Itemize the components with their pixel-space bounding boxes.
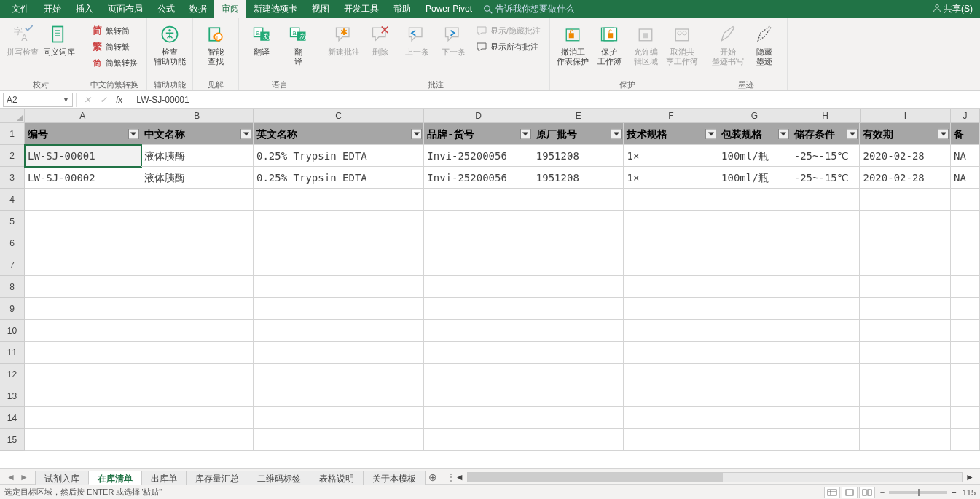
col-header-I[interactable]: I bbox=[861, 109, 952, 123]
zoom-in-button[interactable]: + bbox=[952, 488, 956, 497]
cell-J14[interactable] bbox=[951, 407, 980, 429]
cell-A14[interactable] bbox=[25, 407, 141, 429]
cell-F15[interactable] bbox=[624, 429, 718, 451]
ribbon-tab-插入[interactable]: 插入 bbox=[68, 0, 101, 18]
cell-F8[interactable] bbox=[624, 276, 718, 298]
cell-D11[interactable] bbox=[424, 342, 533, 364]
cell-H8[interactable] bbox=[791, 276, 861, 298]
cell-A13[interactable] bbox=[25, 385, 141, 407]
col-header-F[interactable]: F bbox=[624, 109, 719, 123]
smart-lookup-button[interactable]: i 智能 查找 bbox=[197, 21, 234, 68]
cell-J6[interactable] bbox=[951, 232, 980, 254]
cell-H9[interactable] bbox=[791, 298, 861, 320]
cell-G1[interactable]: 包装规格 bbox=[718, 123, 791, 145]
cell-A6[interactable] bbox=[25, 232, 141, 254]
formula-input[interactable]: LW-SJ-00001 bbox=[130, 93, 980, 107]
cell-G13[interactable] bbox=[718, 385, 791, 407]
row-header-14[interactable]: 14 bbox=[0, 407, 25, 429]
cell-J2[interactable]: NA bbox=[951, 145, 980, 167]
ribbon-tab-公式[interactable]: 公式 bbox=[150, 0, 182, 18]
row-header-12[interactable]: 12 bbox=[0, 364, 25, 385]
row-header-5[interactable]: 5 bbox=[0, 211, 25, 232]
cell-I11[interactable] bbox=[860, 342, 951, 364]
cell-A4[interactable] bbox=[25, 189, 141, 211]
spellcheck-button[interactable]: 字A 拼写检查 bbox=[4, 21, 41, 58]
cell-H6[interactable] bbox=[791, 232, 861, 254]
col-header-G[interactable]: G bbox=[718, 109, 791, 123]
cell-H1[interactable]: 储存条件 bbox=[791, 123, 861, 145]
cell-E2[interactable]: 1951208 bbox=[533, 145, 624, 167]
cell-I10[interactable] bbox=[860, 320, 951, 342]
cell-J12[interactable] bbox=[951, 364, 980, 385]
cell-B8[interactable] bbox=[141, 276, 254, 298]
cancel-icon[interactable]: ✕ bbox=[79, 95, 95, 105]
ribbon-tab-文件[interactable]: 文件 bbox=[4, 0, 36, 18]
cell-D7[interactable] bbox=[424, 254, 533, 276]
col-header-D[interactable]: D bbox=[424, 109, 533, 123]
cell-H15[interactable] bbox=[791, 429, 861, 451]
cell-F3[interactable]: 1× bbox=[624, 167, 718, 189]
ribbon-tab-视图[interactable]: 视图 bbox=[305, 0, 337, 18]
cell-H13[interactable] bbox=[791, 385, 861, 407]
row-header-7[interactable]: 7 bbox=[0, 254, 25, 276]
hide-ink-button[interactable]: 隐藏 墨迹 bbox=[746, 21, 783, 68]
sheet-tab-试剂入库[interactable]: 试剂入库 bbox=[35, 471, 89, 485]
cell-D5[interactable] bbox=[424, 211, 533, 232]
cell-D6[interactable] bbox=[424, 232, 533, 254]
filter-button[interactable] bbox=[705, 128, 716, 139]
cell-F7[interactable] bbox=[624, 254, 718, 276]
thesaurus-button[interactable]: 同义词库 bbox=[41, 21, 77, 58]
cell-E3[interactable]: 1951208 bbox=[533, 167, 624, 189]
ribbon-tab-帮助[interactable]: 帮助 bbox=[386, 0, 418, 18]
cell-C15[interactable] bbox=[254, 429, 424, 451]
cell-J15[interactable] bbox=[951, 429, 980, 451]
translate-button[interactable]: aあ 翻译 bbox=[243, 21, 280, 58]
share-button[interactable]: 共享(S) bbox=[933, 3, 973, 15]
cell-A8[interactable] bbox=[25, 276, 141, 298]
filter-button[interactable] bbox=[938, 128, 949, 139]
filter-button[interactable] bbox=[778, 128, 789, 139]
prev-comment-button[interactable]: 上一条 bbox=[399, 21, 435, 58]
col-header-C[interactable]: C bbox=[254, 109, 424, 123]
cell-C7[interactable] bbox=[254, 254, 424, 276]
cell-A1[interactable]: 编号 bbox=[25, 123, 141, 145]
filter-button[interactable] bbox=[520, 128, 531, 139]
cell-C13[interactable] bbox=[254, 385, 424, 407]
cell-F10[interactable] bbox=[624, 320, 718, 342]
sheet-nav-prev-icon[interactable]: ◄ bbox=[4, 472, 17, 482]
col-header-J[interactable]: J bbox=[951, 109, 980, 123]
cell-G11[interactable] bbox=[718, 342, 791, 364]
cell-C6[interactable] bbox=[254, 232, 424, 254]
zoom-out-button[interactable]: − bbox=[880, 488, 885, 497]
cell-C4[interactable] bbox=[254, 189, 424, 211]
cell-H7[interactable] bbox=[791, 254, 861, 276]
showall-comments-button[interactable]: 显示所有批注 bbox=[473, 39, 544, 55]
cell-B13[interactable] bbox=[141, 385, 254, 407]
zoom-level[interactable]: 115 bbox=[963, 488, 976, 497]
row-header-6[interactable]: 6 bbox=[0, 232, 25, 254]
cell-F6[interactable] bbox=[624, 232, 718, 254]
cell-B11[interactable] bbox=[141, 342, 254, 364]
cell-B4[interactable] bbox=[141, 189, 254, 211]
row-header-3[interactable]: 3 bbox=[0, 167, 25, 189]
cell-I8[interactable] bbox=[860, 276, 951, 298]
cell-B5[interactable] bbox=[141, 211, 254, 232]
cell-E13[interactable] bbox=[533, 385, 624, 407]
sheet-tab-在库清单[interactable]: 在库清单 bbox=[88, 471, 142, 485]
cell-E8[interactable] bbox=[533, 276, 624, 298]
cell-I1[interactable]: 有效期 bbox=[860, 123, 951, 145]
cell-D2[interactable]: Invi-25200056 bbox=[424, 145, 533, 167]
protect-workbook-button[interactable]: 保护 工作簿 bbox=[591, 21, 627, 68]
cell-F5[interactable] bbox=[624, 211, 718, 232]
cell-J1[interactable]: 备 bbox=[951, 123, 980, 145]
row-header-9[interactable]: 9 bbox=[0, 298, 25, 320]
cell-F9[interactable] bbox=[624, 298, 718, 320]
ribbon-tab-开发工具[interactable]: 开发工具 bbox=[337, 0, 386, 18]
row-header-2[interactable]: 2 bbox=[0, 145, 25, 167]
cell-E5[interactable] bbox=[533, 211, 624, 232]
cell-C8[interactable] bbox=[254, 276, 424, 298]
row-header-4[interactable]: 4 bbox=[0, 189, 25, 211]
cell-C9[interactable] bbox=[254, 298, 424, 320]
cell-E9[interactable] bbox=[533, 298, 624, 320]
cell-H2[interactable]: -25~-15℃ bbox=[791, 145, 861, 167]
